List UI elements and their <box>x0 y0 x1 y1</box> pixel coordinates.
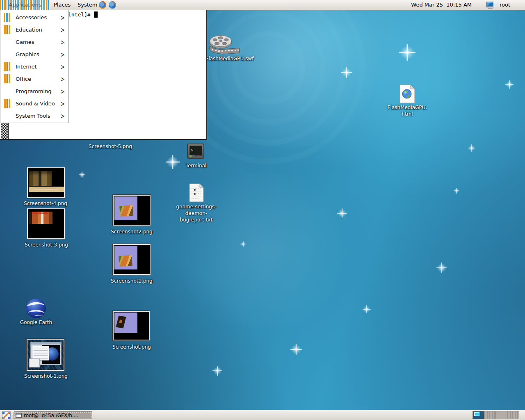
submenu-arrow-icon: > <box>60 62 68 71</box>
google-earth-globe-icon <box>25 298 47 319</box>
workspace-switcher <box>472 411 519 419</box>
screenshot1-thumbnail <box>113 244 151 275</box>
window-list-button[interactable]: root@ g45a /GFX/b.... <box>14 411 92 419</box>
panel-clock[interactable]: Wed Mar 25 10:15 AM <box>411 0 472 10</box>
computer-monitor-icon[interactable] <box>486 2 496 9</box>
workspace-1[interactable] <box>473 411 484 419</box>
sparkle <box>399 44 415 61</box>
submenu-arrow-icon: > <box>60 13 68 21</box>
menu-item-education[interactable]: Education > <box>0 23 68 36</box>
sparkle <box>79 171 85 178</box>
terminal-cursor <box>94 11 98 18</box>
programming-icon <box>4 87 10 96</box>
system-tools-icon <box>4 111 10 120</box>
graphics-icon <box>4 50 10 59</box>
top-panel: Applications Places System Wed Mar 25 10… <box>0 0 525 10</box>
screenshot-1-thumbnail <box>27 339 64 371</box>
icon-label: Screenshot2.png <box>107 228 156 235</box>
sparkle <box>363 305 371 313</box>
system-menu-button[interactable]: System <box>74 0 101 10</box>
wallpaper-glow <box>156 172 369 328</box>
screenshot4-thumbnail <box>27 167 65 198</box>
sparkle <box>166 155 180 169</box>
terminal-prompt[interactable]: intel]# <box>68 11 98 18</box>
show-desktop-button[interactable] <box>2 411 11 419</box>
firefox-blue-icon[interactable] <box>108 1 116 9</box>
submenu-arrow-icon: > <box>60 75 68 83</box>
accessories-icon <box>4 13 10 22</box>
screenshot3-thumbnail <box>27 208 65 239</box>
workspace-3[interactable] <box>496 411 507 419</box>
sound-video-icon <box>4 99 10 108</box>
sparkle <box>341 67 352 78</box>
icon-label: Google Earth <box>16 319 57 326</box>
icon-label: Screenshot.png <box>107 344 156 350</box>
applications-menu-dropdown: Accessories > Education > Games > Graphi… <box>0 10 69 123</box>
menu-item-graphics[interactable]: Graphics > <box>0 48 68 60</box>
icon-label: Screenshot-3.png <box>22 242 71 248</box>
icon-label: Screenshot1.png <box>107 278 156 284</box>
menu-item-accessories[interactable]: Accessories > <box>0 11 68 23</box>
icon-label: FlashMediaGPU.html <box>386 104 429 117</box>
icon-label: gnome-settings-daemon-bugreport.txt <box>171 203 222 223</box>
sparkle <box>290 344 302 355</box>
firefox-icon[interactable] <box>98 1 107 9</box>
text-file-icon <box>189 183 204 203</box>
window-icon <box>16 413 22 418</box>
workspace-2[interactable] <box>484 411 496 419</box>
html-page-globe-icon <box>399 84 415 104</box>
sparkle <box>454 188 459 194</box>
user-indicator[interactable]: root <box>500 0 510 10</box>
menu-item-programming[interactable]: Programming > <box>0 85 68 97</box>
education-icon <box>4 25 10 34</box>
terminal-monitor-icon: >_ <box>187 144 204 159</box>
menu-item-games[interactable]: Games > <box>0 36 68 48</box>
sparkle <box>337 208 347 218</box>
icon-label: FlashMediaGPU.swf <box>204 55 255 62</box>
desktop-icon-screenshot5-label[interactable]: Screenshot-5.png <box>85 143 136 150</box>
menu-item-office[interactable]: Office > <box>0 73 68 85</box>
places-menu-button[interactable]: Places <box>50 0 74 10</box>
menu-item-sound-video[interactable]: Sound & Video > <box>0 97 68 110</box>
screen: FlashMediaGPU.swf FlashMediaGPU.html >_ … <box>0 0 525 420</box>
submenu-arrow-icon: > <box>60 112 68 120</box>
submenu-arrow-icon: > <box>60 87 68 95</box>
menu-item-system-tools[interactable]: System Tools > <box>0 110 68 122</box>
film-reel-icon <box>208 35 240 55</box>
submenu-arrow-icon: > <box>60 50 68 58</box>
sparkle <box>505 80 514 89</box>
workspace-4[interactable] <box>507 411 519 419</box>
terminal-prompt-text: intel]# <box>68 11 91 18</box>
screenshot2-thumbnail <box>113 195 151 226</box>
submenu-arrow-icon: > <box>60 25 68 34</box>
icon-label: Terminal <box>180 162 212 169</box>
menu-item-internet[interactable]: Internet > <box>0 60 68 73</box>
applications-menu-button[interactable]: Applications <box>0 0 50 10</box>
icon-label: Screenshot-1.png <box>21 373 71 379</box>
taskbar: root@ g45a /GFX/b.... <box>0 410 525 420</box>
sparkle <box>212 366 222 376</box>
sparkle <box>240 241 246 247</box>
workspace-window-preview <box>474 412 479 416</box>
sparkle <box>436 262 447 273</box>
games-icon <box>4 37 10 46</box>
screenshot-thumbnail <box>113 311 150 340</box>
office-icon <box>4 74 10 83</box>
icon-label: Screenshot-4.png <box>21 200 70 207</box>
submenu-arrow-icon: > <box>60 99 68 107</box>
submenu-arrow-icon: > <box>60 38 68 46</box>
internet-icon <box>4 62 10 71</box>
sparkle <box>468 144 475 152</box>
